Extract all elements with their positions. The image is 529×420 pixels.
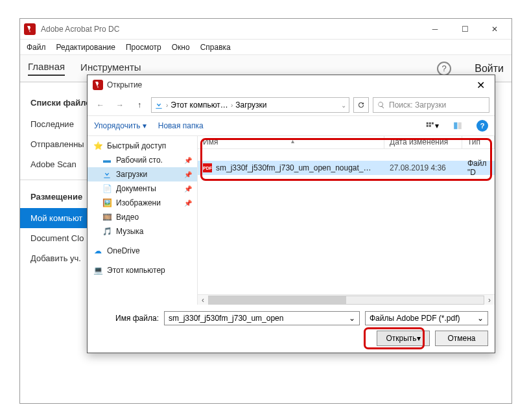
sort-asc-icon: ▴ bbox=[291, 137, 294, 145]
svg-rect-1 bbox=[458, 122, 462, 130]
file-date: 27.08.2019 4:36 bbox=[384, 163, 462, 172]
scroll-left-icon[interactable]: ‹ bbox=[198, 296, 208, 305]
pin-icon: 📌 bbox=[184, 171, 192, 178]
nav-up-icon[interactable]: ↑ bbox=[132, 97, 147, 113]
pin-icon: 📌 bbox=[184, 185, 192, 192]
dialog-footer: Имя файла: sm_j330f_j530fm_j730_um_open⌄… bbox=[88, 305, 495, 353]
titlebar: Adobe Acrobat Pro DC ─ ☐ ✕ bbox=[20, 19, 511, 40]
filetype-combo[interactable]: Файлы Adobe PDF (*.pdf)⌄ bbox=[365, 311, 488, 325]
dialog-navbar: ← → ↑ › Этот компьют… › Загрузки ⌄ Поиск… bbox=[88, 95, 495, 115]
crumb-pc[interactable]: Этот компьют… bbox=[170, 100, 228, 110]
video-icon: 🎞️ bbox=[102, 212, 112, 222]
newfolder-button[interactable]: Новая папка bbox=[158, 121, 204, 130]
maximize-button[interactable]: ☐ bbox=[456, 20, 474, 38]
scroll-right-icon[interactable]: › bbox=[484, 296, 495, 305]
app-title: Adobe Acrobat Pro DC bbox=[41, 25, 426, 34]
refresh-button[interactable] bbox=[353, 97, 369, 113]
menu-edit[interactable]: Редактирование bbox=[56, 43, 115, 52]
desktop-icon: ▬ bbox=[102, 155, 112, 165]
hscrollbar[interactable]: ‹ › bbox=[198, 294, 495, 305]
cancel-button[interactable]: Отмена bbox=[435, 331, 488, 346]
download-icon bbox=[154, 100, 163, 110]
tree-thispc[interactable]: 💻Этот компьютер bbox=[88, 263, 197, 277]
pin-icon: 📌 bbox=[184, 157, 192, 164]
chevron-down-icon: ⌄ bbox=[477, 314, 484, 323]
cloud-icon: ☁ bbox=[93, 246, 103, 256]
chevron-down-icon: ⌄ bbox=[349, 314, 355, 323]
file-name: sm_j330f_j530fm_j730_um_open_nougat_… bbox=[216, 163, 371, 172]
crumb-downloads[interactable]: Загрузки bbox=[235, 100, 266, 110]
dialog-close-button[interactable]: ✕ bbox=[471, 76, 489, 94]
dialog-help-icon[interactable]: ? bbox=[476, 120, 488, 132]
file-open-dialog: Открытие ✕ ← → ↑ › Этот компьют… › Загру… bbox=[87, 75, 495, 353]
close-button[interactable]: ✕ bbox=[486, 20, 504, 38]
preview-pane-button[interactable] bbox=[451, 119, 465, 133]
tree-documents[interactable]: 📄Документы📌 bbox=[88, 181, 197, 196]
tab-home[interactable]: Главная bbox=[28, 61, 65, 76]
svg-rect-0 bbox=[454, 122, 457, 130]
menu-view[interactable]: Просмотр bbox=[126, 43, 161, 52]
dialog-titlebar: Открытие ✕ bbox=[88, 75, 495, 95]
dialog-app-icon bbox=[93, 80, 103, 90]
nav-forward-icon[interactable]: → bbox=[112, 97, 128, 113]
view-mode-button[interactable]: ▾ bbox=[425, 119, 439, 133]
tree-images[interactable]: 🖼️Изображени📌 bbox=[88, 196, 197, 210]
search-input[interactable]: Поиск: Загрузки bbox=[373, 97, 489, 113]
tree-desktop[interactable]: ▬Рабочий сто.📌 bbox=[88, 153, 197, 167]
tree-downloads[interactable]: Загрузки📌 bbox=[88, 167, 197, 181]
col-type[interactable]: Тип bbox=[462, 136, 495, 148]
menu-file[interactable]: Файл bbox=[27, 43, 46, 52]
open-button[interactable]: Открыть ▾ bbox=[377, 331, 430, 346]
menubar: Файл Редактирование Просмотр Окно Справк… bbox=[20, 40, 511, 55]
tree-onedrive[interactable]: ☁OneDrive bbox=[88, 244, 197, 258]
folder-tree: ⭐Быстрый доступ ▬Рабочий сто.📌 Загрузки📌… bbox=[88, 136, 198, 305]
filename-combo[interactable]: sm_j330f_j530fm_j730_um_open⌄ bbox=[164, 311, 360, 325]
file-list: Имя▴ Дата изменения Тип PDFsm_j330f_j530… bbox=[198, 136, 495, 305]
download-icon bbox=[102, 169, 112, 180]
tree-music[interactable]: 🎵Музыка bbox=[88, 224, 197, 239]
tab-tools[interactable]: Инструменты bbox=[80, 62, 141, 75]
organize-button[interactable]: Упорядочить ▾ bbox=[94, 121, 147, 130]
image-icon: 🖼️ bbox=[102, 198, 112, 208]
tree-video[interactable]: 🎞️Видео bbox=[88, 210, 197, 224]
pin-icon: 📌 bbox=[184, 200, 192, 207]
menu-help[interactable]: Справка bbox=[200, 43, 231, 52]
nav-back-icon[interactable]: ← bbox=[93, 97, 108, 113]
breadcrumb[interactable]: › Этот компьют… › Загрузки ⌄ bbox=[151, 97, 349, 113]
login-button[interactable]: Войти bbox=[475, 63, 504, 75]
filename-label: Имя файла: bbox=[94, 314, 159, 323]
tree-quick-access[interactable]: ⭐Быстрый доступ bbox=[88, 139, 197, 153]
help-icon[interactable]: ? bbox=[437, 62, 451, 76]
app-icon bbox=[24, 23, 36, 35]
pdf-icon: PDF bbox=[203, 163, 212, 172]
document-icon: 📄 bbox=[102, 183, 112, 194]
search-icon bbox=[377, 101, 385, 109]
file-list-header: Имя▴ Дата изменения Тип bbox=[198, 136, 495, 149]
star-icon: ⭐ bbox=[93, 141, 103, 151]
col-name[interactable]: Имя▴ bbox=[198, 136, 384, 148]
menu-window[interactable]: Окно bbox=[172, 43, 190, 52]
crumb-dropdown[interactable]: ⌄ bbox=[341, 102, 346, 109]
file-type: Файл "D bbox=[462, 159, 495, 177]
search-placeholder: Поиск: Загрузки bbox=[389, 100, 446, 110]
dialog-title: Открытие bbox=[107, 80, 471, 89]
pc-icon: 💻 bbox=[93, 265, 103, 275]
dialog-toolbar: Упорядочить ▾ Новая папка ▾ ? bbox=[88, 115, 495, 136]
col-date[interactable]: Дата изменения bbox=[384, 136, 462, 148]
file-row[interactable]: PDFsm_j330f_j530fm_j730_um_open_nougat_…… bbox=[198, 161, 495, 175]
minimize-button[interactable]: ─ bbox=[426, 20, 444, 38]
music-icon: 🎵 bbox=[102, 226, 112, 237]
